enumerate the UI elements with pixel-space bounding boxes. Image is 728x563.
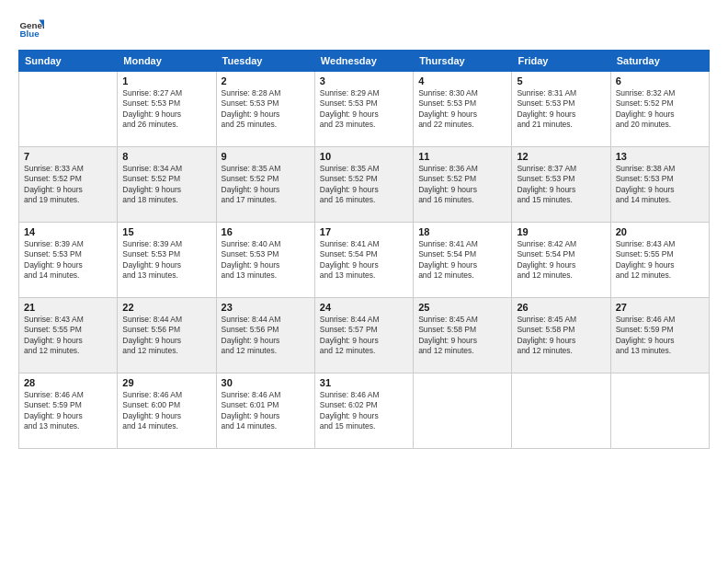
day-number: 26 [517,302,605,313]
calendar-cell: 24Sunrise: 8:44 AMSunset: 5:57 PMDayligh… [314,298,413,373]
calendar-cell: 9Sunrise: 8:35 AMSunset: 5:52 PMDaylight… [216,147,314,223]
day-info: Sunrise: 8:42 AMSunset: 5:54 PMDaylight:… [517,239,605,282]
calendar-cell: 29Sunrise: 8:46 AMSunset: 6:00 PMDayligh… [118,373,216,449]
day-info: Sunrise: 8:28 AMSunset: 5:53 PMDaylight:… [222,88,310,131]
day-info: Sunrise: 8:46 AMSunset: 6:01 PMDaylight:… [222,390,310,432]
day-info: Sunrise: 8:43 AMSunset: 5:55 PMDaylight:… [616,239,704,282]
calendar-cell: 23Sunrise: 8:44 AMSunset: 5:56 PMDayligh… [216,298,314,373]
day-info: Sunrise: 8:46 AMSunset: 5:59 PMDaylight:… [616,315,704,357]
day-number: 23 [222,302,310,313]
calendar-cell: 19Sunrise: 8:42 AMSunset: 5:54 PMDayligh… [512,223,610,298]
calendar-cell: 17Sunrise: 8:41 AMSunset: 5:54 PMDayligh… [314,223,413,298]
calendar-cell: 1Sunrise: 8:27 AMSunset: 5:53 PMDaylight… [118,72,216,147]
day-number: 2 [222,75,310,86]
calendar-cell: 2Sunrise: 8:28 AMSunset: 5:53 PMDaylight… [216,72,314,147]
day-number: 1 [122,75,210,86]
day-number: 28 [24,377,112,388]
calendar-cell: 13Sunrise: 8:38 AMSunset: 5:53 PMDayligh… [610,147,709,223]
calendar-cell: 28Sunrise: 8:46 AMSunset: 5:59 PMDayligh… [19,373,118,449]
day-number: 13 [616,151,704,162]
calendar-cell: 26Sunrise: 8:45 AMSunset: 5:58 PMDayligh… [512,298,610,373]
day-header-wednesday: Wednesday [314,51,413,72]
calendar-cell: 30Sunrise: 8:46 AMSunset: 6:01 PMDayligh… [216,373,314,449]
day-info: Sunrise: 8:40 AMSunset: 5:53 PMDaylight:… [222,239,310,282]
calendar-cell: 16Sunrise: 8:40 AMSunset: 5:53 PMDayligh… [216,223,314,298]
day-number: 8 [122,151,210,162]
calendar-cell [610,373,709,449]
calendar-cell: 6Sunrise: 8:32 AMSunset: 5:52 PMDaylight… [610,72,709,147]
day-number: 16 [222,226,310,237]
day-number: 30 [222,377,310,388]
day-info: Sunrise: 8:46 AMSunset: 6:02 PMDaylight:… [320,390,408,432]
calendar-cell: 12Sunrise: 8:37 AMSunset: 5:53 PMDayligh… [512,147,610,223]
day-info: Sunrise: 8:46 AMSunset: 6:00 PMDaylight:… [122,390,210,432]
day-number: 31 [320,377,408,388]
calendar-cell [19,72,118,147]
day-number: 17 [320,226,408,237]
calendar-cell: 22Sunrise: 8:44 AMSunset: 5:56 PMDayligh… [118,298,216,373]
day-info: Sunrise: 8:44 AMSunset: 5:56 PMDaylight:… [222,315,310,357]
calendar-cell: 25Sunrise: 8:45 AMSunset: 5:58 PMDayligh… [414,298,512,373]
day-header-monday: Monday [118,51,216,72]
calendar-cell [414,373,512,449]
day-number: 14 [24,226,112,237]
day-info: Sunrise: 8:33 AMSunset: 5:52 PMDaylight:… [24,164,112,206]
calendar: SundayMondayTuesdayWednesdayThursdayFrid… [18,50,710,449]
day-info: Sunrise: 8:39 AMSunset: 5:53 PMDaylight:… [24,239,112,282]
calendar-cell: 27Sunrise: 8:46 AMSunset: 5:59 PMDayligh… [610,298,709,373]
day-number: 5 [517,75,605,86]
day-info: Sunrise: 8:32 AMSunset: 5:52 PMDaylight:… [616,88,704,131]
day-info: Sunrise: 8:39 AMSunset: 5:53 PMDaylight:… [122,239,210,282]
day-header-thursday: Thursday [414,51,512,72]
day-number: 21 [24,302,112,313]
day-number: 25 [418,302,506,313]
day-info: Sunrise: 8:35 AMSunset: 5:52 PMDaylight:… [320,164,408,206]
day-number: 3 [320,75,408,86]
calendar-cell: 20Sunrise: 8:43 AMSunset: 5:55 PMDayligh… [610,223,709,298]
day-number: 18 [418,226,506,237]
calendar-cell: 14Sunrise: 8:39 AMSunset: 5:53 PMDayligh… [19,223,118,298]
day-info: Sunrise: 8:38 AMSunset: 5:53 PMDaylight:… [616,164,704,206]
day-info: Sunrise: 8:44 AMSunset: 5:57 PMDaylight:… [320,315,408,357]
day-header-tuesday: Tuesday [216,51,314,72]
day-info: Sunrise: 8:37 AMSunset: 5:53 PMDaylight:… [517,164,605,206]
logo: General Blue [18,15,48,40]
day-number: 6 [616,75,704,86]
day-number: 20 [616,226,704,237]
day-number: 11 [418,151,506,162]
day-number: 4 [418,75,506,86]
day-info: Sunrise: 8:27 AMSunset: 5:53 PMDaylight:… [122,88,210,131]
day-info: Sunrise: 8:30 AMSunset: 5:53 PMDaylight:… [418,88,506,131]
day-info: Sunrise: 8:35 AMSunset: 5:52 PMDaylight:… [222,164,310,206]
day-info: Sunrise: 8:29 AMSunset: 5:53 PMDaylight:… [320,88,408,131]
day-info: Sunrise: 8:41 AMSunset: 5:54 PMDaylight:… [418,239,506,282]
calendar-cell: 4Sunrise: 8:30 AMSunset: 5:53 PMDaylight… [414,72,512,147]
day-number: 12 [517,151,605,162]
day-info: Sunrise: 8:45 AMSunset: 5:58 PMDaylight:… [418,315,506,357]
day-info: Sunrise: 8:45 AMSunset: 5:58 PMDaylight:… [517,315,605,357]
day-info: Sunrise: 8:36 AMSunset: 5:52 PMDaylight:… [418,164,506,206]
calendar-cell: 21Sunrise: 8:43 AMSunset: 5:55 PMDayligh… [19,298,118,373]
day-header-friday: Friday [512,51,610,72]
day-number: 22 [122,302,210,313]
day-info: Sunrise: 8:31 AMSunset: 5:53 PMDaylight:… [517,88,605,131]
calendar-cell: 7Sunrise: 8:33 AMSunset: 5:52 PMDaylight… [19,147,118,223]
calendar-cell: 10Sunrise: 8:35 AMSunset: 5:52 PMDayligh… [314,147,413,223]
day-info: Sunrise: 8:43 AMSunset: 5:55 PMDaylight:… [24,315,112,357]
calendar-cell: 5Sunrise: 8:31 AMSunset: 5:53 PMDaylight… [512,72,610,147]
calendar-cell: 31Sunrise: 8:46 AMSunset: 6:02 PMDayligh… [314,373,413,449]
day-number: 29 [122,377,210,388]
calendar-cell: 8Sunrise: 8:34 AMSunset: 5:52 PMDaylight… [118,147,216,223]
day-number: 7 [24,151,112,162]
day-info: Sunrise: 8:46 AMSunset: 5:59 PMDaylight:… [24,390,112,432]
day-number: 15 [122,226,210,237]
calendar-cell: 3Sunrise: 8:29 AMSunset: 5:53 PMDaylight… [314,72,413,147]
calendar-cell: 18Sunrise: 8:41 AMSunset: 5:54 PMDayligh… [414,223,512,298]
day-number: 10 [320,151,408,162]
day-info: Sunrise: 8:44 AMSunset: 5:56 PMDaylight:… [122,315,210,357]
day-header-sunday: Sunday [19,51,118,72]
day-info: Sunrise: 8:34 AMSunset: 5:52 PMDaylight:… [122,164,210,206]
day-number: 27 [616,302,704,313]
day-info: Sunrise: 8:41 AMSunset: 5:54 PMDaylight:… [320,239,408,282]
calendar-cell: 11Sunrise: 8:36 AMSunset: 5:52 PMDayligh… [414,147,512,223]
